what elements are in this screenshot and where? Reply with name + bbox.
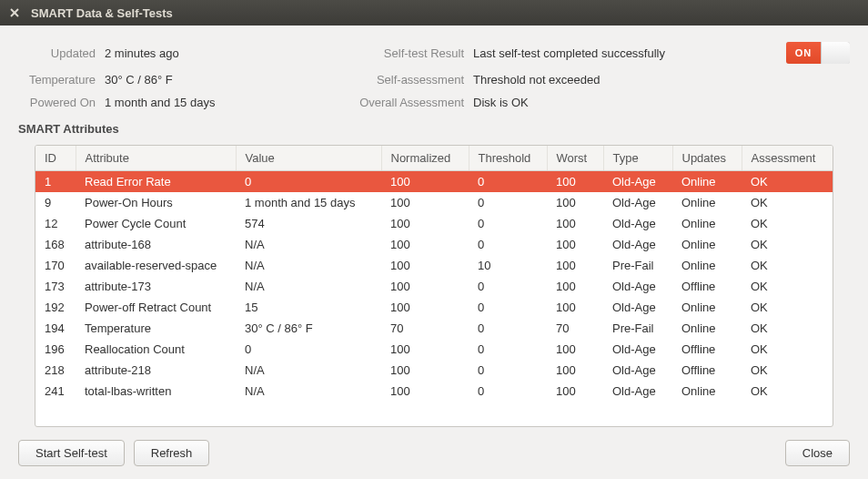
cell-worst: 100	[547, 213, 603, 234]
col-type[interactable]: Type	[603, 146, 672, 171]
col-assessment[interactable]: Assessment	[742, 146, 833, 171]
info-grid: Updated 2 minutes ago Self-test Result L…	[18, 42, 850, 109]
titlebar: SMART Data & Self-Tests	[0, 0, 868, 25]
cell-worst: 100	[547, 234, 603, 255]
table-row[interactable]: 194Temperature30° C / 86° F70070Pre-Fail…	[35, 318, 833, 339]
cell-normalized: 100	[381, 255, 469, 276]
table-row[interactable]: 168attribute-168N/A1000100Old-AgeOnlineO…	[35, 234, 833, 255]
updated-label: Updated	[18, 46, 105, 60]
table-row[interactable]: 1Read Error Rate01000100Old-AgeOnlineOK	[35, 171, 833, 193]
col-value[interactable]: Value	[236, 146, 381, 171]
cell-normalized: 100	[381, 381, 469, 402]
table-row[interactable]: 241total-lbas-writtenN/A1000100Old-AgeOn…	[35, 381, 833, 402]
cell-worst: 100	[547, 192, 603, 213]
cell-type: Old-Age	[603, 171, 672, 193]
cell-worst: 100	[547, 381, 603, 402]
smart-toggle[interactable]: ON	[786, 42, 850, 64]
col-attribute[interactable]: Attribute	[76, 146, 236, 171]
cell-attribute: Temperature	[76, 318, 236, 339]
cell-normalized: 70	[381, 318, 469, 339]
cell-attribute: Read Error Rate	[76, 171, 236, 193]
cell-attribute: total-lbas-written	[76, 381, 236, 402]
cell-threshold: 0	[469, 318, 547, 339]
cell-id: 241	[35, 381, 76, 402]
close-button[interactable]: Close	[785, 440, 850, 466]
cell-type: Old-Age	[603, 297, 672, 318]
cell-type: Old-Age	[603, 234, 672, 255]
cell-attribute: attribute-168	[76, 234, 236, 255]
cell-threshold: 0	[469, 234, 547, 255]
col-updates[interactable]: Updates	[672, 146, 742, 171]
cell-value: N/A	[236, 255, 381, 276]
cell-assessment: OK	[742, 234, 833, 255]
cell-attribute: available-reserved-space	[76, 255, 236, 276]
cell-type: Old-Age	[603, 381, 672, 402]
cell-value: 0	[236, 171, 381, 193]
poweredon-label: Powered On	[18, 96, 105, 109]
table-row[interactable]: 196Reallocation Count01000100Old-AgeOffl…	[35, 339, 833, 360]
cell-type: Old-Age	[603, 339, 672, 360]
cell-assessment: OK	[742, 255, 833, 276]
start-selftest-button[interactable]: Start Self-test	[18, 440, 125, 466]
cell-updates: Online	[672, 297, 742, 318]
updated-value: 2 minutes ago	[105, 46, 332, 60]
cell-normalized: 100	[381, 276, 469, 297]
smart-dialog: SMART Data & Self-Tests Updated 2 minute…	[0, 0, 868, 479]
selftest-label: Self-test Result	[332, 46, 473, 60]
cell-attribute: Power-off Retract Count	[76, 297, 236, 318]
cell-assessment: OK	[742, 297, 833, 318]
selftest-value: Last self-test completed successfully	[473, 46, 768, 60]
cell-value: N/A	[236, 234, 381, 255]
cell-normalized: 100	[381, 234, 469, 255]
cell-worst: 100	[547, 360, 603, 381]
cell-value: 30° C / 86° F	[236, 318, 381, 339]
window-title: SMART Data & Self-Tests	[31, 6, 173, 20]
cell-worst: 100	[547, 276, 603, 297]
overall-value: Disk is OK	[473, 96, 768, 109]
cell-threshold: 0	[469, 276, 547, 297]
table-row[interactable]: 170available-reserved-spaceN/A10010100Pr…	[35, 255, 833, 276]
table-row[interactable]: 218attribute-218N/A1000100Old-AgeOffline…	[35, 360, 833, 381]
col-worst[interactable]: Worst	[547, 146, 603, 171]
table-row[interactable]: 192Power-off Retract Count151000100Old-A…	[35, 297, 833, 318]
temperature-value: 30° C / 86° F	[105, 73, 332, 87]
cell-type: Old-Age	[603, 192, 672, 213]
section-title: SMART Attributes	[18, 122, 850, 136]
table-header-row: ID Attribute Value Normalized Threshold …	[35, 146, 833, 171]
table-row[interactable]: 173attribute-173N/A1000100Old-AgeOffline…	[35, 276, 833, 297]
cell-assessment: OK	[742, 339, 833, 360]
table-row[interactable]: 9Power-On Hours1 month and 15 days100010…	[35, 192, 833, 213]
col-normalized[interactable]: Normalized	[381, 146, 469, 171]
cell-worst: 70	[547, 318, 603, 339]
poweredon-value: 1 month and 15 days	[105, 96, 332, 109]
close-icon[interactable]	[7, 5, 22, 20]
cell-id: 1	[35, 171, 76, 193]
cell-normalized: 100	[381, 171, 469, 193]
cell-type: Old-Age	[603, 276, 672, 297]
col-id[interactable]: ID	[35, 146, 76, 171]
cell-normalized: 100	[381, 339, 469, 360]
cell-assessment: OK	[742, 192, 833, 213]
cell-worst: 100	[547, 171, 603, 193]
cell-normalized: 100	[381, 360, 469, 381]
cell-assessment: OK	[742, 381, 833, 402]
cell-type: Pre-Fail	[603, 318, 672, 339]
cell-normalized: 100	[381, 192, 469, 213]
dialog-body: Updated 2 minutes ago Self-test Result L…	[0, 25, 868, 479]
cell-threshold: 0	[469, 192, 547, 213]
cell-updates: Online	[672, 234, 742, 255]
cell-updates: Online	[672, 318, 742, 339]
cell-normalized: 100	[381, 297, 469, 318]
table-row[interactable]: 12Power Cycle Count5741000100Old-AgeOnli…	[35, 213, 833, 234]
attributes-table[interactable]: ID Attribute Value Normalized Threshold …	[35, 146, 833, 402]
col-threshold[interactable]: Threshold	[469, 146, 547, 171]
refresh-button[interactable]: Refresh	[134, 440, 210, 466]
cell-attribute: Power-On Hours	[76, 192, 236, 213]
cell-attribute: attribute-173	[76, 276, 236, 297]
cell-id: 9	[35, 192, 76, 213]
cell-assessment: OK	[742, 276, 833, 297]
cell-id: 173	[35, 276, 76, 297]
cell-threshold: 0	[469, 339, 547, 360]
cell-value: 1 month and 15 days	[236, 192, 381, 213]
cell-updates: Online	[672, 171, 742, 193]
